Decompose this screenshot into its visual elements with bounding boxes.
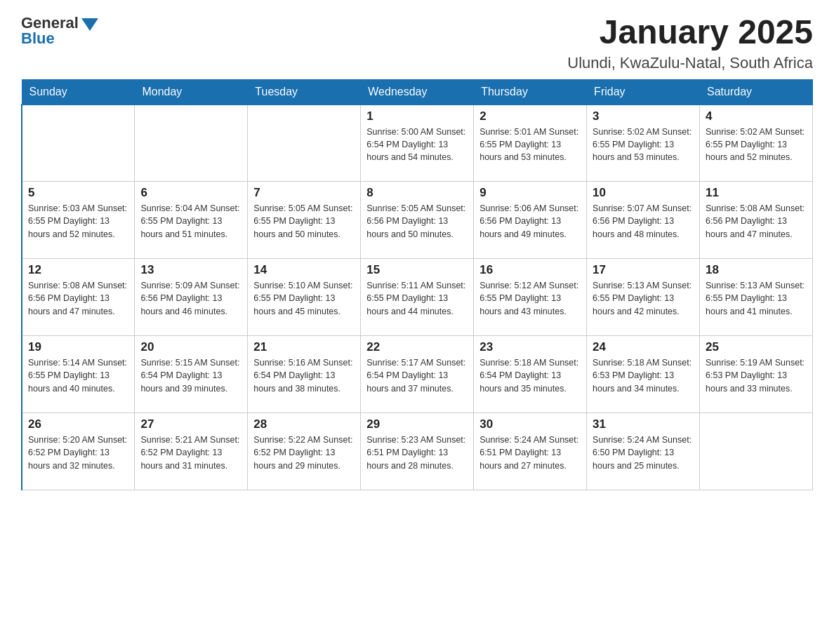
calendar-cell: 24Sunrise: 5:18 AM Sunset: 6:53 PM Dayli… — [587, 336, 700, 413]
day-number: 2 — [479, 109, 581, 123]
calendar-cell: 25Sunrise: 5:19 AM Sunset: 6:53 PM Dayli… — [700, 336, 813, 413]
day-number: 12 — [28, 263, 128, 277]
header-thursday: Thursday — [474, 79, 587, 105]
day-info: Sunrise: 5:07 AM Sunset: 6:56 PM Dayligh… — [593, 202, 694, 240]
calendar-cell: 8Sunrise: 5:05 AM Sunset: 6:56 PM Daylig… — [361, 182, 474, 259]
day-info: Sunrise: 5:18 AM Sunset: 6:54 PM Dayligh… — [479, 356, 581, 394]
day-number: 16 — [479, 263, 581, 277]
day-info: Sunrise: 5:05 AM Sunset: 6:56 PM Dayligh… — [366, 202, 468, 240]
calendar-cell: 15Sunrise: 5:11 AM Sunset: 6:55 PM Dayli… — [361, 259, 474, 336]
day-info: Sunrise: 5:21 AM Sunset: 6:52 PM Dayligh… — [140, 434, 241, 471]
day-number: 22 — [366, 340, 468, 354]
day-info: Sunrise: 5:10 AM Sunset: 6:55 PM Dayligh… — [253, 279, 355, 317]
day-info: Sunrise: 5:13 AM Sunset: 6:55 PM Dayligh… — [706, 279, 807, 317]
day-info: Sunrise: 5:05 AM Sunset: 6:55 PM Dayligh… — [253, 202, 355, 240]
calendar-cell: 3Sunrise: 5:02 AM Sunset: 6:55 PM Daylig… — [587, 105, 700, 182]
calendar-cell — [700, 413, 813, 490]
day-info: Sunrise: 5:19 AM Sunset: 6:53 PM Dayligh… — [706, 356, 807, 394]
day-number: 9 — [479, 186, 581, 200]
day-number: 31 — [593, 417, 694, 431]
calendar-cell — [248, 105, 361, 182]
calendar-cell: 29Sunrise: 5:23 AM Sunset: 6:51 PM Dayli… — [361, 413, 474, 490]
day-number: 1 — [366, 109, 468, 123]
day-info: Sunrise: 5:08 AM Sunset: 6:56 PM Dayligh… — [706, 202, 807, 240]
day-info: Sunrise: 5:24 AM Sunset: 6:50 PM Dayligh… — [593, 434, 694, 471]
header-monday: Monday — [135, 79, 248, 105]
day-info: Sunrise: 5:24 AM Sunset: 6:51 PM Dayligh… — [479, 434, 581, 471]
calendar-cell: 1Sunrise: 5:00 AM Sunset: 6:54 PM Daylig… — [361, 105, 474, 182]
day-info: Sunrise: 5:17 AM Sunset: 6:54 PM Dayligh… — [366, 356, 468, 394]
week-row-4: 19Sunrise: 5:14 AM Sunset: 6:55 PM Dayli… — [22, 336, 813, 413]
calendar-cell — [22, 105, 135, 182]
calendar-header-row: SundayMondayTuesdayWednesdayThursdayFrid… — [22, 79, 813, 105]
day-info: Sunrise: 5:06 AM Sunset: 6:56 PM Dayligh… — [479, 202, 581, 240]
day-info: Sunrise: 5:08 AM Sunset: 6:56 PM Dayligh… — [28, 279, 128, 317]
day-info: Sunrise: 5:09 AM Sunset: 6:56 PM Dayligh… — [140, 279, 241, 317]
calendar-cell: 31Sunrise: 5:24 AM Sunset: 6:50 PM Dayli… — [587, 413, 700, 490]
calendar-cell: 14Sunrise: 5:10 AM Sunset: 6:55 PM Dayli… — [248, 259, 361, 336]
calendar-cell: 13Sunrise: 5:09 AM Sunset: 6:56 PM Dayli… — [135, 259, 248, 336]
day-number: 20 — [140, 340, 241, 354]
calendar-cell: 17Sunrise: 5:13 AM Sunset: 6:55 PM Dayli… — [587, 259, 700, 336]
calendar-cell: 27Sunrise: 5:21 AM Sunset: 6:52 PM Dayli… — [135, 413, 248, 490]
title-block: January 2025 Ulundi, KwaZulu-Natal, Sout… — [567, 14, 813, 72]
week-row-5: 26Sunrise: 5:20 AM Sunset: 6:52 PM Dayli… — [22, 413, 813, 490]
day-number: 7 — [253, 186, 355, 200]
day-info: Sunrise: 5:11 AM Sunset: 6:55 PM Dayligh… — [366, 279, 468, 317]
calendar-cell: 21Sunrise: 5:16 AM Sunset: 6:54 PM Dayli… — [248, 336, 361, 413]
day-number: 11 — [706, 186, 807, 200]
calendar-cell: 22Sunrise: 5:17 AM Sunset: 6:54 PM Dayli… — [361, 336, 474, 413]
day-number: 28 — [253, 417, 355, 431]
logo-blue: Blue — [21, 29, 55, 48]
day-info: Sunrise: 5:15 AM Sunset: 6:54 PM Dayligh… — [140, 356, 241, 394]
day-number: 26 — [28, 417, 128, 431]
day-info: Sunrise: 5:02 AM Sunset: 6:55 PM Dayligh… — [593, 126, 694, 163]
calendar-cell: 26Sunrise: 5:20 AM Sunset: 6:52 PM Dayli… — [22, 413, 135, 490]
day-number: 13 — [140, 263, 241, 277]
header-tuesday: Tuesday — [248, 79, 361, 105]
day-number: 21 — [253, 340, 355, 354]
day-info: Sunrise: 5:14 AM Sunset: 6:55 PM Dayligh… — [28, 356, 128, 394]
week-row-3: 12Sunrise: 5:08 AM Sunset: 6:56 PM Dayli… — [22, 259, 813, 336]
calendar-cell: 9Sunrise: 5:06 AM Sunset: 6:56 PM Daylig… — [474, 182, 587, 259]
calendar-cell: 23Sunrise: 5:18 AM Sunset: 6:54 PM Dayli… — [474, 336, 587, 413]
calendar-cell: 18Sunrise: 5:13 AM Sunset: 6:55 PM Dayli… — [700, 259, 813, 336]
calendar-cell: 4Sunrise: 5:02 AM Sunset: 6:55 PM Daylig… — [700, 105, 813, 182]
day-number: 14 — [253, 263, 355, 277]
day-number: 18 — [706, 263, 807, 277]
week-row-2: 5Sunrise: 5:03 AM Sunset: 6:55 PM Daylig… — [22, 182, 813, 259]
day-number: 24 — [593, 340, 694, 354]
day-info: Sunrise: 5:20 AM Sunset: 6:52 PM Dayligh… — [28, 434, 128, 471]
calendar-cell: 11Sunrise: 5:08 AM Sunset: 6:56 PM Dayli… — [700, 182, 813, 259]
day-info: Sunrise: 5:18 AM Sunset: 6:53 PM Dayligh… — [593, 356, 694, 394]
day-number: 3 — [593, 109, 694, 123]
day-info: Sunrise: 5:22 AM Sunset: 6:52 PM Dayligh… — [253, 434, 355, 471]
day-number: 27 — [140, 417, 241, 431]
day-info: Sunrise: 5:13 AM Sunset: 6:55 PM Dayligh… — [593, 279, 694, 317]
day-info: Sunrise: 5:02 AM Sunset: 6:55 PM Dayligh… — [706, 126, 807, 163]
day-info: Sunrise: 5:01 AM Sunset: 6:55 PM Dayligh… — [479, 126, 581, 163]
day-info: Sunrise: 5:12 AM Sunset: 6:55 PM Dayligh… — [479, 279, 581, 317]
day-info: Sunrise: 5:16 AM Sunset: 6:54 PM Dayligh… — [253, 356, 355, 394]
day-number: 4 — [706, 109, 807, 123]
day-info: Sunrise: 5:00 AM Sunset: 6:54 PM Dayligh… — [366, 126, 468, 163]
location-title: Ulundi, KwaZulu-Natal, South Africa — [567, 54, 813, 72]
calendar-cell: 2Sunrise: 5:01 AM Sunset: 6:55 PM Daylig… — [474, 105, 587, 182]
day-number: 8 — [366, 186, 468, 200]
calendar-cell: 10Sunrise: 5:07 AM Sunset: 6:56 PM Dayli… — [587, 182, 700, 259]
calendar-table: SundayMondayTuesdayWednesdayThursdayFrid… — [21, 79, 813, 491]
calendar-cell: 7Sunrise: 5:05 AM Sunset: 6:55 PM Daylig… — [248, 182, 361, 259]
calendar-cell: 20Sunrise: 5:15 AM Sunset: 6:54 PM Dayli… — [135, 336, 248, 413]
calendar-cell: 12Sunrise: 5:08 AM Sunset: 6:56 PM Dayli… — [22, 259, 135, 336]
day-number: 19 — [28, 340, 128, 354]
header-friday: Friday — [587, 79, 700, 105]
day-info: Sunrise: 5:23 AM Sunset: 6:51 PM Dayligh… — [366, 434, 468, 471]
header-sunday: Sunday — [22, 79, 135, 105]
week-row-1: 1Sunrise: 5:00 AM Sunset: 6:54 PM Daylig… — [22, 105, 813, 182]
month-title: January 2025 — [567, 14, 813, 51]
logo: General Blue — [21, 14, 98, 48]
day-info: Sunrise: 5:03 AM Sunset: 6:55 PM Dayligh… — [28, 202, 128, 240]
calendar-cell: 28Sunrise: 5:22 AM Sunset: 6:52 PM Dayli… — [248, 413, 361, 490]
day-number: 23 — [479, 340, 581, 354]
header-saturday: Saturday — [700, 79, 813, 105]
